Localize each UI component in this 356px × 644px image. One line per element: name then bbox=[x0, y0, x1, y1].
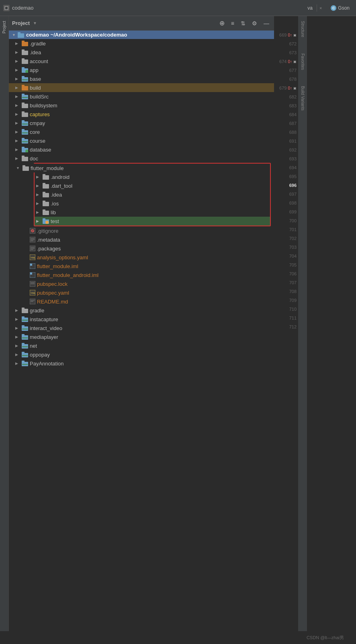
collapse-icon[interactable]: ⇅ bbox=[239, 20, 247, 27]
svg-rect-40 bbox=[23, 165, 25, 167]
line-number: 6690↑ ▣ bbox=[274, 31, 298, 39]
list-item[interactable]: ▶ .idea bbox=[35, 190, 270, 199]
right-area: 6690↑ ▣ 672 673 6740↑ ▣ 677 678 6790↑ ▣ … bbox=[274, 16, 356, 631]
svg-rect-27 bbox=[22, 123, 28, 125]
list-item[interactable]: .packages bbox=[9, 244, 274, 253]
list-item[interactable]: ▶ .android bbox=[35, 172, 270, 181]
list-item[interactable]: ▶ interact_video bbox=[9, 324, 274, 332]
list-item[interactable]: ▶ captures bbox=[9, 110, 274, 119]
tab-gson[interactable]: C Gson bbox=[327, 4, 353, 12]
svg-rect-3 bbox=[18, 32, 20, 34]
list-item[interactable]: ▶ buildSrc bbox=[9, 92, 274, 101]
list-item[interactable]: ▶ net bbox=[9, 341, 274, 350]
list-item[interactable]: ▶ PayAnnotation bbox=[9, 359, 274, 368]
svg-rect-38 bbox=[22, 156, 25, 157]
sidebar-tab-structure[interactable]: Structure bbox=[299, 18, 306, 41]
sidebar-tab-favorites[interactable]: Favorites bbox=[299, 50, 306, 73]
svg-point-53 bbox=[45, 221, 49, 224]
svg-rect-83 bbox=[22, 320, 28, 321]
minimize-icon[interactable]: — bbox=[262, 20, 271, 27]
svg-rect-46 bbox=[43, 192, 45, 193]
list-item[interactable]: flutter_module_android.iml bbox=[9, 271, 274, 279]
list-item[interactable]: ▶ mediaplayer bbox=[9, 332, 274, 341]
panel-arrow[interactable]: ▼ bbox=[33, 21, 37, 25]
root-label: codemao ~/AndroidWorkspace/codemao bbox=[26, 32, 127, 38]
svg-rect-86 bbox=[22, 328, 28, 330]
line-number: 709 bbox=[274, 296, 298, 305]
list-item[interactable]: ▶ build bbox=[9, 83, 274, 92]
line-number: 705 bbox=[274, 260, 298, 269]
svg-rect-91 bbox=[22, 343, 25, 345]
list-item[interactable]: ▶ core bbox=[9, 127, 274, 136]
list-item[interactable]: ▶ .gradle bbox=[9, 39, 274, 48]
line-number: 693 bbox=[274, 154, 298, 163]
list-item[interactable]: flutter_module.iml bbox=[9, 262, 274, 271]
svg-rect-47 bbox=[43, 202, 49, 206]
list-item[interactable]: ▶ account bbox=[9, 57, 274, 66]
add-icon[interactable]: ⊕ bbox=[218, 19, 226, 27]
left-sidebar: Project bbox=[0, 16, 9, 631]
list-item[interactable]: ▶ .ios bbox=[35, 199, 270, 208]
line-number: 697 bbox=[274, 190, 298, 199]
list-item[interactable]: ▶ test bbox=[35, 217, 270, 226]
list-item[interactable]: ▶ oppopay bbox=[9, 350, 274, 359]
svg-rect-2 bbox=[18, 33, 24, 38]
list-item[interactable]: ▶ doc bbox=[9, 154, 274, 163]
svg-rect-7 bbox=[22, 49, 25, 51]
settings-icon[interactable]: ⚙ bbox=[250, 20, 259, 27]
list-item[interactable]: ▶ .dart_tool bbox=[35, 181, 270, 190]
svg-rect-82 bbox=[22, 316, 25, 318]
line-number: 707 bbox=[274, 278, 298, 287]
svg-rect-8 bbox=[22, 59, 28, 64]
list-item[interactable]: ▶ instacapture bbox=[9, 315, 274, 324]
svg-rect-9 bbox=[22, 58, 25, 60]
list-item[interactable]: README.md bbox=[9, 297, 274, 306]
svg-rect-88 bbox=[22, 334, 25, 336]
app-title: codemao bbox=[12, 5, 33, 11]
sidebar-tab-build-variants[interactable]: Build Variants bbox=[299, 83, 306, 114]
list-icon[interactable]: ≡ bbox=[229, 20, 236, 27]
line-number: 677 bbox=[274, 66, 298, 75]
line-number: 678 bbox=[274, 75, 298, 84]
list-item[interactable]: ▶ gradle bbox=[9, 306, 274, 315]
tree-root[interactable]: ▼ codemao ~/AndroidWorkspace/codemao bbox=[9, 31, 274, 39]
line-number: 694 bbox=[274, 163, 298, 172]
svg-rect-24 bbox=[22, 111, 25, 113]
svg-rect-98 bbox=[22, 364, 28, 365]
svg-rect-32 bbox=[22, 138, 25, 139]
line-number: 700 bbox=[274, 216, 298, 225]
close-tab-icon[interactable]: × bbox=[319, 6, 322, 10]
list-item[interactable]: ▶ database bbox=[9, 145, 274, 154]
svg-rect-42 bbox=[43, 174, 45, 176]
list-item[interactable]: .gitignore bbox=[9, 226, 274, 235]
list-item[interactable]: ▶ .idea bbox=[9, 48, 274, 57]
svg-rect-14 bbox=[22, 76, 25, 78]
panel-title: Project bbox=[12, 20, 30, 26]
svg-rect-21 bbox=[22, 104, 28, 108]
list-item[interactable]: pubspec.lock bbox=[9, 279, 274, 288]
list-item[interactable]: ▶ buildsystem bbox=[9, 101, 274, 110]
list-item[interactable]: ▼ flutter_module bbox=[10, 164, 270, 172]
svg-rect-70 bbox=[30, 273, 32, 275]
line-number: 702 bbox=[274, 234, 298, 243]
svg-rect-11 bbox=[22, 67, 25, 69]
list-item[interactable]: ▶ lib bbox=[35, 208, 270, 217]
line-number: 6790↑ ▣ bbox=[274, 84, 298, 92]
svg-rect-19 bbox=[22, 94, 25, 95]
tab-va[interactable]: va bbox=[303, 4, 317, 12]
list-item[interactable]: YML pubspec.yaml bbox=[9, 288, 274, 297]
line-number: 711 bbox=[274, 314, 298, 322]
line-number: 708 bbox=[274, 287, 298, 296]
svg-rect-68 bbox=[30, 264, 32, 266]
sidebar-tab-project[interactable]: Project bbox=[1, 18, 8, 37]
svg-rect-5 bbox=[22, 41, 25, 42]
svg-rect-79 bbox=[22, 309, 28, 313]
line-number: 706 bbox=[274, 269, 298, 278]
list-item[interactable]: ▶ app bbox=[9, 66, 274, 74]
list-item[interactable]: .metadata bbox=[9, 235, 274, 244]
list-item[interactable]: ▶ course bbox=[9, 136, 274, 145]
list-item[interactable]: YML analysis_options.yaml bbox=[9, 253, 274, 262]
tree-content: ▼ codemao ~/AndroidWorkspace/codemao ▶ .… bbox=[9, 31, 274, 631]
list-item[interactable]: ▶ cmpay bbox=[9, 119, 274, 127]
list-item[interactable]: ▶ base bbox=[9, 74, 274, 83]
